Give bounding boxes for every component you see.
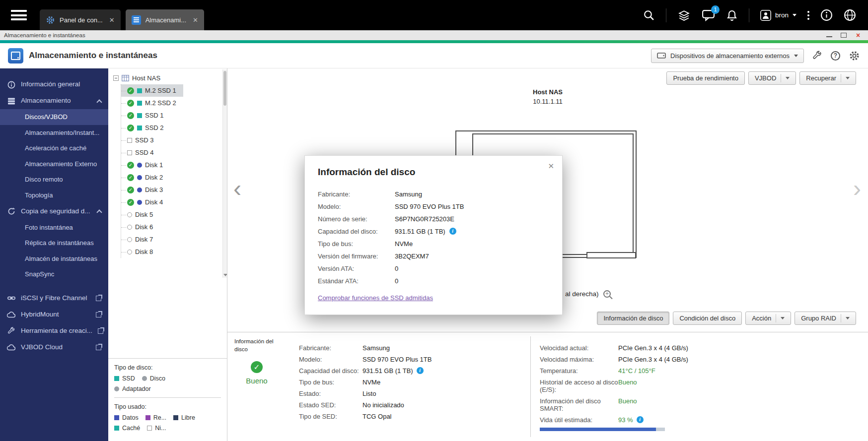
zoom-in-icon[interactable]	[603, 290, 611, 298]
chevron-down-icon[interactable]	[841, 314, 850, 322]
sidebar-item-disco-remoto[interactable]: Disco remoto	[0, 172, 108, 188]
action-dropdown-button[interactable]: Acción	[745, 312, 791, 325]
previous-view-icon[interactable]: ‹	[233, 177, 241, 200]
tasks-icon[interactable]	[677, 9, 691, 21]
search-icon[interactable]	[643, 9, 655, 21]
tree-item-m2-ssd-2[interactable]: ✓ M.2 SSD 2	[121, 97, 183, 109]
sidebar-item-almacenamiento-instant[interactable]: Almacenamiento/Instant...	[0, 125, 108, 141]
disk-health-tab[interactable]: Condición del disco	[673, 312, 742, 325]
tree-item-disk-6[interactable]: Disk 6	[121, 221, 160, 233]
sidebar-item-aceleracion-cache[interactable]: Aceleración de caché	[0, 140, 108, 156]
vjbod-button[interactable]: VJBOD	[748, 71, 796, 85]
performance-test-button[interactable]: Prueba de rendimiento	[666, 71, 745, 85]
maximize-icon[interactable]	[840, 32, 847, 38]
close-icon[interactable]: ×	[855, 32, 862, 38]
tree-item-ssd-4[interactable]: SSD 4	[121, 146, 161, 159]
user-menu[interactable]: bron	[760, 10, 796, 21]
sidebar-item-iscsi-fibre-channel[interactable]: iSCSI y Fibre Channel	[0, 290, 108, 307]
tree-item-ssd-1[interactable]: ✓ SSD 1	[121, 109, 171, 122]
tree-item-disk-5[interactable]: Disk 5	[121, 208, 160, 221]
tab-storage-snapshots[interactable]: Almacenami... ✕	[126, 9, 204, 30]
external-devices-dropdown[interactable]: Dispositivos de almacenamiento externos	[651, 49, 804, 63]
close-icon[interactable]: ✕	[193, 16, 198, 24]
tree-item-label: Disk 5	[135, 211, 153, 218]
ssd-features-link[interactable]: Comprobar funciones de SSD admitidas	[318, 294, 433, 302]
disk-legend: Tipo de disco: SSD Disco Adaptador Tipo …	[108, 358, 227, 441]
tree-item-disk-7[interactable]: Disk 7	[121, 233, 160, 246]
gear-icon[interactable]	[849, 50, 860, 62]
screen: Panel de con... ✕ Almacenami... ✕ 1	[0, 0, 868, 441]
sidebar-item-label: Aceleración de caché	[25, 144, 86, 152]
chevron-down-icon[interactable]	[776, 314, 785, 322]
tree-item-m2-ssd-1[interactable]: ✓ M.2 SSD 1	[121, 84, 183, 97]
tab-control-panel[interactable]: Panel de con... ✕	[40, 9, 121, 30]
disk-type-icon	[142, 376, 147, 381]
info-icon[interactable]: i	[637, 416, 644, 423]
empty-disk-icon	[127, 225, 132, 230]
disk-details-panel: Información del disco ✓ Bueno Fabricante…	[227, 332, 868, 441]
chat-icon[interactable]: 1	[702, 9, 715, 21]
field-row: Modelo:SSD 970 EVO Plus 1TB	[318, 203, 549, 210]
sidebar-item-label: Réplica de instantáneas	[25, 239, 94, 247]
recover-button[interactable]: Recuperar	[799, 71, 856, 85]
legend-item-re: Re...	[145, 414, 166, 421]
disk-info-dialog: Información del disco ✕ Fabricante:Samsu…	[304, 155, 563, 315]
sidebar-item-herramienta-creacion[interactable]: Herramienta de creaci...	[0, 323, 108, 339]
sidebar-item-foto-instantanea[interactable]: Foto instantánea	[0, 220, 108, 236]
sidebar-item-topologia[interactable]: Topología	[0, 188, 108, 203]
tree-item-disk-8[interactable]: Disk 8	[121, 246, 160, 258]
scrollbar-thumb[interactable]	[223, 71, 226, 106]
disk-info-tab[interactable]: Información de disco	[597, 312, 669, 325]
sidebar-item-hybridmount[interactable]: HybridMount	[0, 307, 108, 323]
tree-item-ssd-3[interactable]: SSD 3	[121, 134, 161, 146]
bell-icon[interactable]	[726, 9, 738, 21]
sidebar-gap	[0, 282, 108, 290]
info-icon[interactable]: i	[417, 367, 424, 374]
sidebar-item-snapsync[interactable]: SnapSync	[0, 266, 108, 282]
ssd-type-icon	[137, 101, 142, 106]
chevron-down-icon[interactable]	[841, 74, 850, 82]
ssd-type-icon	[137, 126, 142, 130]
divider	[749, 8, 749, 22]
desktop-icon[interactable]	[844, 9, 856, 21]
next-view-icon[interactable]: ›	[853, 177, 861, 200]
sidebar-item-informacion-general[interactable]: Información general	[0, 76, 108, 93]
info-icon[interactable]	[820, 9, 833, 21]
sidebar-item-almacenamiento-externo[interactable]: Almacenamiento Externo	[0, 156, 108, 172]
details-fields-left: Fabricante:Samsung Modelo:SSD 970 EVO Pl…	[292, 332, 530, 441]
raid-group-dropdown-button[interactable]: Grupo RAID	[795, 312, 856, 325]
sidebar-item-copia-seguridad[interactable]: Copia de seguridad d...	[0, 203, 108, 220]
close-icon[interactable]: ✕	[109, 16, 115, 24]
close-icon[interactable]: ✕	[548, 162, 554, 171]
desktop-tabs: Panel de con... ✕ Almacenami... ✕	[40, 9, 204, 30]
tree-item-disk-4[interactable]: ✓ Disk 4	[121, 196, 170, 208]
scrollbar[interactable]	[222, 69, 227, 278]
wrench-icon[interactable]	[812, 51, 822, 61]
minimize-icon[interactable]	[826, 32, 833, 38]
life-progress-bar	[540, 428, 665, 431]
collapse-icon[interactable]	[113, 75, 119, 81]
sidebar-item-label: Almacén de instantáneas	[25, 255, 97, 263]
tree-item-ssd-2[interactable]: ✓ SSD 2	[121, 122, 171, 134]
backup-icon	[7, 207, 15, 216]
sidebar-item-almacenamiento[interactable]: Almacenamiento	[0, 93, 108, 109]
sidebar-item-discos-vjbod[interactable]: Discos/VJBOD	[0, 109, 108, 125]
sidebar-item-almacen-instantaneas[interactable]: Almacén de instantáneas	[0, 251, 108, 267]
external-link-icon	[96, 296, 101, 301]
more-options-icon[interactable]	[807, 11, 809, 20]
scroll-down-icon[interactable]	[223, 274, 227, 276]
tree-item-disk-1[interactable]: ✓ Disk 1	[121, 159, 170, 171]
empty-slot-icon	[127, 150, 132, 155]
sidebar-item-replica-instantaneas[interactable]: Réplica de instantáneas	[0, 235, 108, 251]
main-menu-icon[interactable]	[11, 10, 27, 20]
chevron-down-icon	[794, 55, 798, 57]
info-icon[interactable]: i	[449, 228, 456, 235]
sidebar-item-label: Información general	[21, 80, 80, 88]
chevron-down-icon[interactable]	[781, 74, 790, 82]
help-icon[interactable]: ?	[831, 51, 840, 61]
sidebar-item-vjbod-cloud[interactable]: VJBOD Cloud	[0, 339, 108, 356]
tree-root-host-nas[interactable]: Host NAS	[113, 74, 220, 82]
tree-item-disk-3[interactable]: ✓ Disk 3	[121, 184, 170, 196]
tree-item-label: Disk 2	[145, 174, 163, 181]
tree-item-disk-2[interactable]: ✓ Disk 2	[121, 171, 170, 184]
